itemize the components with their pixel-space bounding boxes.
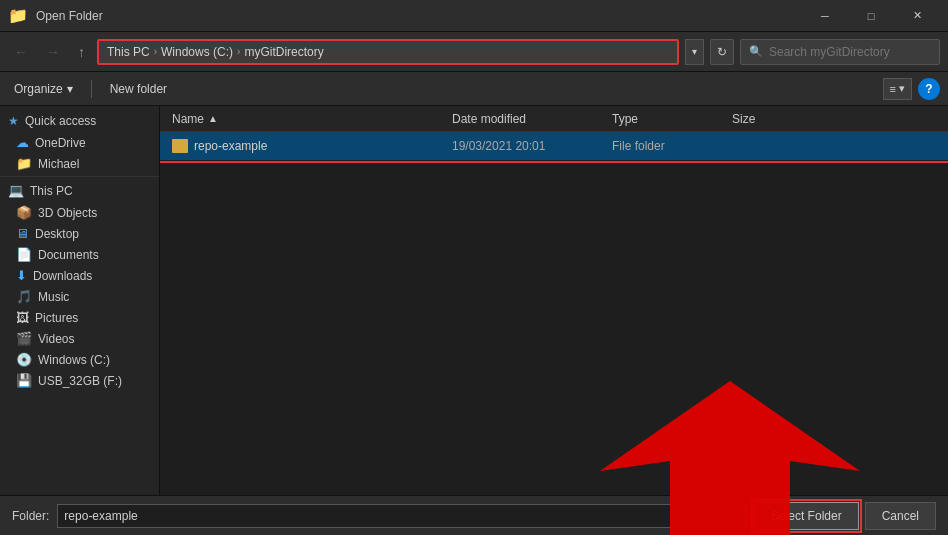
sidebar-item-videos[interactable]: 🎬 Videos: [0, 328, 159, 349]
music-icon: 🎵: [16, 289, 32, 304]
navigation-bar: ← → ↑ This PC › Windows (C:) › myGitDire…: [0, 32, 948, 72]
sidebar-item-documents[interactable]: 📄 Documents: [0, 244, 159, 265]
close-button[interactable]: ✕: [894, 0, 940, 32]
organize-caret-icon: ▾: [67, 82, 73, 96]
sidebar-item-desktop[interactable]: 🖥 Desktop: [0, 223, 159, 244]
windows-c-label: Windows (C:): [38, 353, 110, 367]
sidebar-this-pc[interactable]: 💻 This PC: [0, 179, 159, 202]
column-size[interactable]: Size: [724, 112, 804, 126]
file-date-value: 19/03/2021 20:01: [452, 139, 545, 153]
pictures-icon: 🖼: [16, 310, 29, 325]
help-button[interactable]: ?: [918, 78, 940, 100]
window-controls: ─ □ ✕: [802, 0, 940, 32]
usb-label: USB_32GB (F:): [38, 374, 122, 388]
column-name[interactable]: Name ▲: [164, 112, 444, 126]
toolbar: Organize ▾ New folder ≡ ▾ ?: [0, 72, 948, 106]
new-folder-label: New folder: [110, 82, 167, 96]
maximize-button[interactable]: □: [848, 0, 894, 32]
bottom-buttons: Select Folder Cancel: [754, 502, 936, 530]
up-button[interactable]: ↑: [72, 40, 91, 64]
file-list-header: Name ▲ Date modified Type Size: [160, 106, 948, 132]
breadcrumb-this-pc: This PC: [107, 45, 150, 59]
file-area: Name ▲ Date modified Type Size: [160, 106, 948, 495]
breadcrumb-bar[interactable]: This PC › Windows (C:) › myGitDirectory: [97, 39, 679, 65]
sidebar-item-windows-c[interactable]: 💿 Windows (C:): [0, 349, 159, 370]
new-folder-button[interactable]: New folder: [104, 78, 173, 100]
bottom-bar: Folder: Select Folder Cancel: [0, 495, 948, 535]
sidebar-item-onedrive[interactable]: ☁ OneDrive: [0, 132, 159, 153]
michael-label: Michael: [38, 157, 79, 171]
file-type-value: File folder: [612, 139, 665, 153]
column-date-modified[interactable]: Date modified: [444, 112, 604, 126]
cancel-button[interactable]: Cancel: [865, 502, 936, 530]
organize-label: Organize: [14, 82, 63, 96]
usb-icon: 💾: [16, 373, 32, 388]
select-folder-button[interactable]: Select Folder: [754, 502, 859, 530]
table-row[interactable]: repo-example 19/03/2021 20:01 File folde…: [160, 132, 948, 160]
minimize-button[interactable]: ─: [802, 0, 848, 32]
this-pc-label: This PC: [30, 184, 73, 198]
documents-icon: 📄: [16, 247, 32, 262]
desktop-icon: 🖥: [16, 226, 29, 241]
file-date-cell: 19/03/2021 20:01: [444, 139, 604, 153]
back-button[interactable]: ←: [8, 40, 34, 64]
videos-label: Videos: [38, 332, 74, 346]
desktop-label: Desktop: [35, 227, 79, 241]
onedrive-label: OneDrive: [35, 136, 86, 150]
this-pc-icon: 💻: [8, 183, 24, 198]
forward-button[interactable]: →: [40, 40, 66, 64]
view-button[interactable]: ≡ ▾: [883, 78, 912, 100]
column-type[interactable]: Type: [604, 112, 724, 126]
3d-objects-label: 3D Objects: [38, 206, 97, 220]
refresh-button[interactable]: ↻: [710, 39, 734, 65]
file-area-wrapper: Name ▲ Date modified Type Size: [160, 106, 948, 495]
folder-input[interactable]: [57, 504, 746, 528]
toolbar-separator: [91, 80, 92, 98]
breadcrumb-windows-c: Windows (C:): [161, 45, 233, 59]
folder-label: Folder:: [12, 509, 49, 523]
view-caret-icon: ▾: [899, 82, 905, 95]
quick-access-label: Quick access: [25, 114, 96, 128]
title-bar: 📁 Open Folder ─ □ ✕: [0, 0, 948, 32]
sidebar-item-music[interactable]: 🎵 Music: [0, 286, 159, 307]
sidebar-item-michael[interactable]: 📁 Michael: [0, 153, 159, 174]
file-list-body: repo-example 19/03/2021 20:01 File folde…: [160, 132, 948, 495]
main-area: ★ Quick access ☁ OneDrive 📁 Michael 💻 Th…: [0, 106, 948, 495]
windows-c-icon: 💿: [16, 352, 32, 367]
sidebar-item-3d-objects[interactable]: 📦 3D Objects: [0, 202, 159, 223]
file-name-cell: repo-example: [164, 139, 444, 153]
sidebar: ★ Quick access ☁ OneDrive 📁 Michael 💻 Th…: [0, 106, 160, 495]
search-icon: 🔍: [749, 45, 763, 58]
view-icon: ≡: [890, 83, 896, 95]
breadcrumb-mygitdirectory: myGitDirectory: [244, 45, 323, 59]
3d-objects-icon: 📦: [16, 205, 32, 220]
organize-button[interactable]: Organize ▾: [8, 78, 79, 100]
search-box[interactable]: 🔍: [740, 39, 940, 65]
folder-icon: [172, 139, 188, 153]
file-type-cell: File folder: [604, 139, 724, 153]
downloads-label: Downloads: [33, 269, 92, 283]
file-name-label: repo-example: [194, 139, 267, 153]
sidebar-item-pictures[interactable]: 🖼 Pictures: [0, 307, 159, 328]
quick-access-icon: ★: [8, 114, 19, 128]
documents-label: Documents: [38, 248, 99, 262]
music-label: Music: [38, 290, 69, 304]
sidebar-item-usb[interactable]: 💾 USB_32GB (F:): [0, 370, 159, 391]
search-input[interactable]: [769, 45, 919, 59]
breadcrumb-dropdown-button[interactable]: ▾: [685, 39, 704, 65]
downloads-icon: ⬇: [16, 268, 27, 283]
sidebar-item-downloads[interactable]: ⬇ Downloads: [0, 265, 159, 286]
michael-folder-icon: 📁: [16, 156, 32, 171]
app-icon: 📁: [8, 6, 28, 25]
videos-icon: 🎬: [16, 331, 32, 346]
window-title: Open Folder: [36, 9, 103, 23]
sidebar-quick-access[interactable]: ★ Quick access: [0, 110, 159, 132]
pictures-label: Pictures: [35, 311, 78, 325]
onedrive-icon: ☁: [16, 135, 29, 150]
